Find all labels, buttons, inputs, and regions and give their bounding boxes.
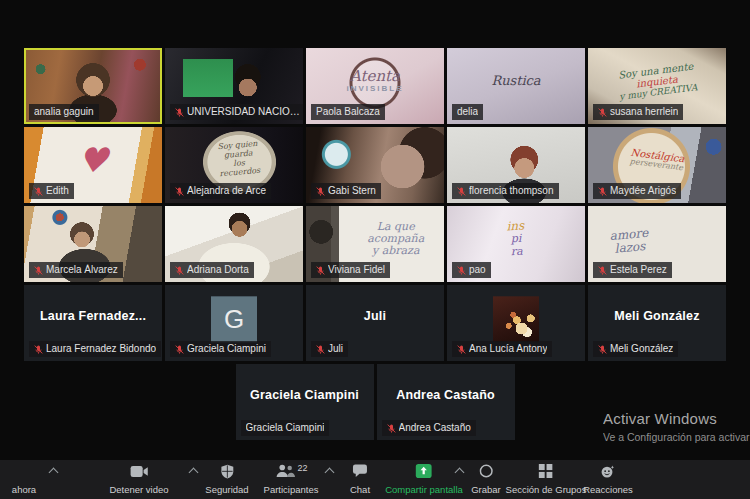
participant-name: Marcela Álvarez: [46, 264, 118, 276]
toolbar-item-label: Chat: [350, 484, 370, 495]
toolbar-item-label: Grabar: [471, 484, 501, 495]
meeting-toolbar: ahora Detener video Seguridad 22 Partici…: [0, 460, 750, 499]
shield-icon: [220, 464, 234, 483]
toolbar-item-reactions[interactable]: Reacciones: [583, 460, 633, 499]
participant-count-badge: 22: [297, 463, 307, 473]
participant-name: UNIVERSIDAD NACIONAL de ...: [187, 106, 301, 118]
muted-mic-icon: [175, 107, 184, 118]
participants-icon: [274, 464, 295, 482]
participant-tile[interactable]: Graciela Ciampini Graciela Ciampini: [236, 364, 374, 440]
share-icon: [416, 464, 433, 482]
participant-tile[interactable]: analia gaguin: [24, 48, 162, 124]
participant-name-label: delia: [452, 104, 483, 120]
camera-icon: [129, 464, 149, 482]
participant-name: susana herrlein: [610, 106, 678, 118]
participant-tile[interactable]: Juli Juli: [306, 285, 444, 361]
participant-tile[interactable]: Ana Lucía Antony: [447, 285, 585, 361]
participant-display-name: Andrea Castaño: [377, 364, 515, 426]
participant-name-label: UNIVERSIDAD NACIONAL de ...: [170, 104, 303, 120]
participant-tile[interactable]: Andrea Castaño Andrea Castaño: [377, 364, 515, 440]
muted-mic-icon: [598, 186, 607, 197]
participant-name: Edith: [46, 185, 69, 197]
participant-name-label: Gabi Stern: [311, 183, 381, 199]
muted-mic-icon: [598, 344, 607, 355]
participant-name-label: Graciela Ciampini: [241, 420, 330, 436]
muted-mic-icon: [316, 186, 325, 197]
muted-mic-icon: [34, 265, 43, 276]
participant-name: Juli: [328, 343, 343, 355]
toolbar-item-label: Reacciones: [583, 484, 633, 495]
participant-name: Alejandra de Arce: [187, 185, 266, 197]
toolbar-item-breakout[interactable]: Sección de Grupos: [506, 460, 587, 499]
toolbar-item-share[interactable]: Compartir pantalla: [385, 460, 463, 499]
participant-name-label: Alejandra de Arce: [170, 183, 271, 199]
chevron-up-icon[interactable]: [189, 468, 199, 478]
muted-mic-icon: [457, 265, 466, 276]
toolbar-item-label: Seguridad: [205, 484, 248, 495]
chevron-up-icon[interactable]: [325, 468, 335, 478]
record-icon: [479, 464, 493, 482]
toolbar-item-record[interactable]: Grabar: [471, 460, 501, 499]
participant-tile[interactable]: AtentaiNVISIBLE Paola Balcaza: [306, 48, 444, 124]
participant-tile[interactable]: Adriana Dorta: [165, 206, 303, 282]
chevron-up-icon[interactable]: [49, 468, 59, 478]
participant-tile[interactable]: Nostálgicaperseverante Maydée Arigós: [588, 127, 726, 203]
avatar: G: [211, 296, 257, 342]
muted-mic-icon: [34, 186, 43, 197]
participant-name-label: Laura Fernadez Bidondo: [29, 341, 161, 357]
participant-name: Graciela Ciampini: [187, 343, 266, 355]
participant-name: Meli González: [610, 343, 673, 355]
muted-mic-icon: [34, 344, 43, 355]
participant-name: Andrea Castaño: [399, 422, 471, 434]
participant-display-name: Juli: [306, 285, 444, 347]
muted-mic-icon: [316, 344, 325, 355]
participant-tile[interactable]: Gabi Stern: [306, 127, 444, 203]
participant-name-label: Estela Perez: [593, 262, 672, 278]
participant-name: Paola Balcaza: [316, 106, 380, 118]
participant-name: Maydée Arigós: [610, 185, 676, 197]
participant-name: Adriana Dorta: [187, 264, 249, 276]
muted-mic-icon: [598, 107, 607, 118]
participant-name-label: susana herrlein: [593, 104, 683, 120]
toolbar-item-chat[interactable]: Chat: [350, 460, 370, 499]
participant-tile[interactable]: amorelazos Estela Perez: [588, 206, 726, 282]
toolbar-item-participants[interactable]: 22 Participantes: [264, 460, 319, 499]
participant-tile[interactable]: La queacompañay abraza Viviana Fidel: [306, 206, 444, 282]
participant-name: Viviana Fidel: [328, 264, 385, 276]
muted-mic-icon: [175, 344, 184, 355]
toolbar-item-label: Sección de Grupos: [506, 484, 587, 495]
muted-mic-icon: [457, 186, 466, 197]
toolbar-item-label: Participantes: [264, 484, 319, 495]
participant-tile[interactable]: inspira pao: [447, 206, 585, 282]
participant-name: florencia thompson: [469, 185, 554, 197]
toolbar-item-security[interactable]: Seguridad: [205, 460, 248, 499]
toolbar-item-label: Compartir pantalla: [385, 484, 463, 495]
participant-name-label: Adriana Dorta: [170, 262, 254, 278]
toolbar-item-video[interactable]: Detener video: [109, 460, 168, 499]
participant-tile[interactable]: ♥ Edith: [24, 127, 162, 203]
participant-tile[interactable]: Soy quienguardalosrecuerdos Alejandra de…: [165, 127, 303, 203]
participant-tile[interactable]: G Graciela Ciampini: [165, 285, 303, 361]
breakout-grid-icon: [539, 464, 553, 482]
participant-name: Gabi Stern: [328, 185, 376, 197]
muted-mic-icon: [598, 265, 607, 276]
participant-name: analia gaguin: [34, 106, 94, 118]
toolbar-item-label: Detener video: [109, 484, 168, 495]
muted-mic-icon: [175, 186, 184, 197]
participant-name-label: Andrea Castaño: [382, 420, 476, 436]
chat-icon: [352, 464, 368, 482]
participant-tile[interactable]: UNIVERSIDAD NACIONAL de ...: [165, 48, 303, 124]
participant-grid: analia gaguin UNIVERSIDAD NACIONAL de ..…: [0, 48, 750, 440]
participant-tile[interactable]: Rustica delia: [447, 48, 585, 124]
participant-tile[interactable]: Soy una menteinquietay muy CREATIVA susa…: [588, 48, 726, 124]
participant-tile[interactable]: Meli González Meli González: [588, 285, 726, 361]
participant-tile[interactable]: florencia thompson: [447, 127, 585, 203]
participant-name-label: pao: [452, 262, 491, 278]
participant-display-name: Laura Fernadez...: [24, 285, 162, 347]
participant-name-label: Juli: [311, 341, 348, 357]
participant-tile[interactable]: Marcela Álvarez: [24, 206, 162, 282]
participant-name-label: Meli González: [593, 341, 678, 357]
toolbar-item-audio-cut[interactable]: ahora: [12, 460, 36, 499]
avatar: [493, 296, 539, 342]
participant-tile[interactable]: Laura Fernadez... Laura Fernadez Bidondo: [24, 285, 162, 361]
